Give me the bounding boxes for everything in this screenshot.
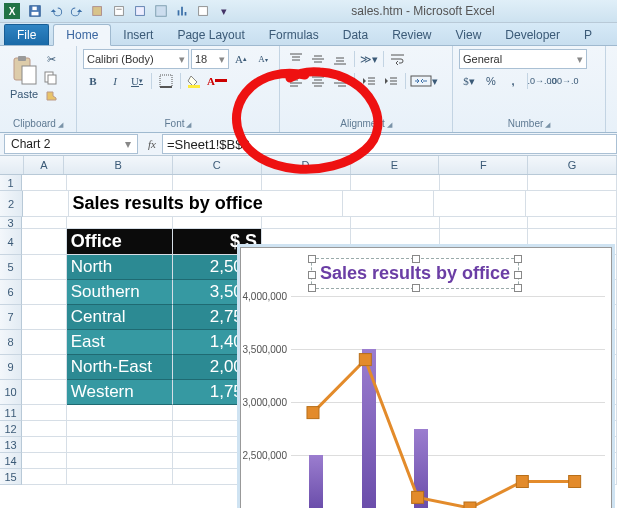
cell[interactable] (262, 217, 351, 229)
qat-item[interactable] (173, 2, 191, 20)
font-color-icon[interactable]: A (207, 71, 227, 91)
tab-data[interactable]: Data (331, 25, 380, 45)
align-right-icon[interactable] (330, 71, 350, 91)
cell[interactable] (22, 330, 66, 355)
row-header[interactable]: 8 (0, 330, 22, 355)
row-header[interactable]: 12 (0, 421, 22, 437)
row-header[interactable]: 15 (0, 469, 22, 485)
cell[interactable] (22, 421, 66, 437)
grow-font-icon[interactable]: A▴ (231, 49, 251, 69)
chart-line-series[interactable] (291, 296, 605, 508)
cell[interactable] (22, 217, 66, 229)
row-header[interactable]: 11 (0, 405, 22, 421)
align-center-icon[interactable] (308, 71, 328, 91)
save-icon[interactable] (26, 2, 44, 20)
col-header[interactable]: A (24, 156, 64, 174)
row-header[interactable]: 10 (0, 380, 22, 405)
cell[interactable] (343, 191, 434, 217)
row-header[interactable]: 6 (0, 280, 22, 305)
cell[interactable] (22, 405, 66, 421)
row-header[interactable]: 9 (0, 355, 22, 380)
cell[interactable]: Office (67, 229, 173, 255)
cell[interactable] (67, 453, 173, 469)
paste-button[interactable]: Paste (6, 48, 42, 106)
italic-icon[interactable]: I (105, 71, 125, 91)
qat-item[interactable] (152, 2, 170, 20)
row-header[interactable]: 4 (0, 229, 22, 255)
chart-plot-area[interactable] (291, 296, 605, 508)
col-header[interactable]: B (64, 156, 172, 174)
cell[interactable] (67, 175, 173, 191)
copy-icon[interactable] (42, 69, 60, 87)
cell[interactable] (22, 229, 66, 255)
cell[interactable] (67, 405, 173, 421)
select-all-corner[interactable] (0, 156, 24, 174)
cell[interactable] (67, 437, 173, 453)
embedded-chart[interactable]: Sales results by office 2,500,0003,000,0… (240, 247, 612, 508)
cell[interactable]: East (67, 330, 173, 355)
tab-review[interactable]: Review (380, 25, 443, 45)
formula-input[interactable]: =Sheet1!$B$2 (162, 134, 617, 154)
cell[interactable] (262, 175, 351, 191)
cell[interactable] (22, 453, 66, 469)
tab-developer[interactable]: Developer (493, 25, 572, 45)
border-icon[interactable] (156, 71, 176, 91)
cell[interactable] (22, 280, 66, 305)
cell[interactable] (22, 255, 66, 280)
cell[interactable] (173, 217, 262, 229)
col-header[interactable]: D (262, 156, 351, 174)
cell[interactable] (22, 437, 66, 453)
cell[interactable]: Central (67, 305, 173, 330)
cell[interactable] (440, 217, 529, 229)
undo-icon[interactable] (47, 2, 65, 20)
fx-button[interactable]: fx (142, 138, 162, 150)
redo-icon[interactable] (68, 2, 86, 20)
cell[interactable] (22, 380, 66, 405)
decrease-decimal-icon[interactable]: .00→.0 (554, 71, 574, 91)
row-header[interactable]: 7 (0, 305, 22, 330)
col-header[interactable]: G (528, 156, 617, 174)
cell[interactable] (440, 175, 529, 191)
cell[interactable] (173, 175, 262, 191)
align-top-icon[interactable] (286, 49, 306, 69)
qat-item[interactable] (194, 2, 212, 20)
cell[interactable] (22, 305, 66, 330)
decrease-indent-icon[interactable] (359, 71, 379, 91)
accounting-format-icon[interactable]: $▾ (459, 71, 479, 91)
number-format-select[interactable]: General▾ (459, 49, 587, 69)
cell[interactable]: North (67, 255, 173, 280)
row-header[interactable]: 13 (0, 437, 22, 453)
cell[interactable] (22, 355, 66, 380)
tab-home[interactable]: Home (53, 24, 111, 46)
orientation-icon[interactable]: ≫▾ (359, 49, 379, 69)
col-header[interactable]: E (351, 156, 440, 174)
col-header[interactable]: C (173, 156, 262, 174)
qat-item[interactable] (131, 2, 149, 20)
font-size-select[interactable]: 18▾ (191, 49, 229, 69)
cell[interactable] (351, 217, 440, 229)
cell[interactable]: Southern (67, 280, 173, 305)
qat-item[interactable] (110, 2, 128, 20)
qat-dropdown-icon[interactable]: ▾ (215, 2, 233, 20)
cell[interactable] (434, 191, 525, 217)
row-header[interactable]: 2 (0, 191, 23, 217)
cell[interactable]: Western (67, 380, 173, 405)
wrap-text-icon[interactable] (388, 49, 408, 69)
row-header[interactable]: 1 (0, 175, 22, 191)
comma-format-icon[interactable]: , (503, 71, 523, 91)
row-header[interactable]: 5 (0, 255, 22, 280)
tab-formulas[interactable]: Formulas (257, 25, 331, 45)
cell[interactable] (67, 421, 173, 437)
cell[interactable] (22, 175, 66, 191)
name-box[interactable]: Chart 2▾ (4, 134, 138, 154)
row-header[interactable]: 3 (0, 217, 22, 229)
cell[interactable] (23, 191, 69, 217)
underline-icon[interactable]: U▾ (127, 71, 147, 91)
cell[interactable] (22, 469, 66, 485)
tab-file[interactable]: File (4, 24, 49, 45)
align-middle-icon[interactable] (308, 49, 328, 69)
merge-center-icon[interactable]: ▾ (410, 71, 438, 91)
bold-icon[interactable]: B (83, 71, 103, 91)
tab-page-layout[interactable]: Page Layout (165, 25, 256, 45)
cut-icon[interactable]: ✂ (42, 50, 60, 68)
